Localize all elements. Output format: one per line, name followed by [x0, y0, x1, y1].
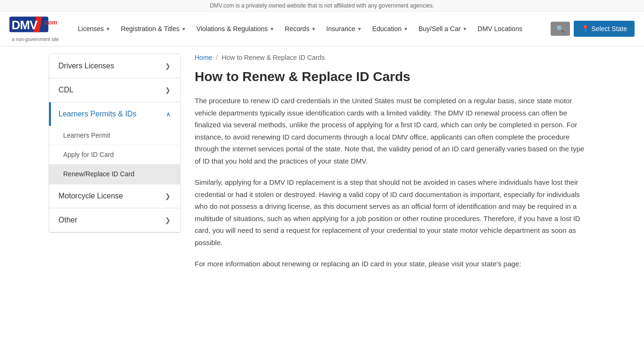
sidebar-learners-sub: Learners Permit Apply for ID Card Renew/…: [49, 126, 180, 184]
sidebar-item-drivers-licenses: Drivers Licenses ❯: [49, 54, 180, 78]
sidebar-other-header[interactable]: Other ❯: [49, 208, 180, 232]
content-paragraph-1: The procedure to renew ID card credentia…: [195, 95, 591, 167]
nav-registration-caret: ▼: [182, 26, 186, 32]
sidebar-learners-permits-header[interactable]: Learners Permits & IDs ∧: [49, 102, 180, 126]
nav-insurance[interactable]: Insurance ▼: [322, 21, 366, 36]
logo-area: DMV .com a non-government site: [9, 16, 61, 42]
nav-licenses[interactable]: Licenses ▼: [73, 21, 115, 36]
nav-violations-regulations[interactable]: Violations & Regulations ▼: [192, 21, 279, 36]
banner-text: DMV.com is a privately owned website tha…: [210, 2, 434, 9]
sidebar-sub-learners-permit[interactable]: Learners Permit: [49, 126, 180, 145]
sidebar-drivers-licenses-header[interactable]: Drivers Licenses ❯: [49, 54, 180, 78]
search-button[interactable]: 🔍: [551, 22, 570, 36]
main-container: Drivers Licenses ❯ CDL ❯ Learners Permit…: [39, 47, 605, 287]
content-paragraph-2: Similarly, applying for a DMV ID replace…: [195, 176, 591, 248]
nav-insurance-caret: ▼: [357, 26, 362, 32]
header: DMV .com a non-government site Licenses …: [0, 12, 644, 47]
chevron-up-icon: ∧: [166, 110, 171, 118]
nav-records-caret: ▼: [311, 26, 316, 32]
chevron-down-icon: ❯: [165, 86, 171, 94]
logo-image: DMV .com: [9, 16, 61, 37]
svg-text:DMV: DMV: [12, 18, 38, 32]
sidebar-item-cdl: CDL ❯: [49, 78, 180, 102]
main-nav: Licenses ▼ Registration & Titles ▼ Viola…: [73, 21, 546, 36]
breadcrumb: Home / How to Renew & Replace ID Cards: [195, 54, 591, 61]
top-banner: DMV.com is a privately owned website tha…: [0, 0, 644, 12]
nav-education-caret: ▼: [404, 26, 408, 32]
nav-education[interactable]: Education ▼: [367, 21, 413, 36]
chevron-down-icon: ❯: [165, 216, 171, 224]
search-icon: 🔍: [556, 25, 564, 33]
sidebar-item-motorcycle-license: Motorcycle License ❯: [49, 184, 180, 208]
nav-violations-caret: ▼: [270, 26, 274, 32]
nav-registration-titles[interactable]: Registration & Titles ▼: [116, 21, 190, 36]
chevron-down-icon: ❯: [165, 192, 171, 200]
nav-dmv-locations[interactable]: DMV Locations: [473, 21, 527, 36]
breadcrumb-current: How to Renew & Replace ID Cards: [222, 54, 325, 61]
page-title: How to Renew & Replace ID Cards: [195, 68, 591, 85]
content-area: Home / How to Renew & Replace ID Cards H…: [190, 54, 595, 280]
location-icon: 📍: [581, 25, 589, 33]
select-state-button[interactable]: 📍 Select State: [574, 21, 635, 37]
logo-tagline: a non-government site: [12, 37, 59, 42]
nav-buy-sell-caret: ▼: [462, 26, 467, 32]
nav-licenses-caret: ▼: [106, 26, 110, 32]
header-right: 🔍 📍 Select State: [551, 21, 635, 37]
breadcrumb-home[interactable]: Home: [195, 54, 212, 61]
chevron-down-icon: ❯: [165, 62, 171, 70]
breadcrumb-separator: /: [216, 54, 218, 61]
sidebar-sub-renew-replace-id[interactable]: Renew/Replace ID Card: [49, 165, 180, 184]
sidebar-sub-apply-id-card[interactable]: Apply for ID Card: [49, 145, 180, 165]
content-paragraph-3: For more information about renewing or r…: [195, 258, 591, 270]
sidebar-cdl-header[interactable]: CDL ❯: [49, 78, 180, 102]
sidebar: Drivers Licenses ❯ CDL ❯ Learners Permit…: [49, 54, 181, 233]
svg-text:.com: .com: [43, 19, 58, 26]
nav-records[interactable]: Records ▼: [280, 21, 321, 36]
sidebar-item-learners-permits: Learners Permits & IDs ∧ Learners Permit…: [49, 102, 180, 184]
sidebar-motorcycle-header[interactable]: Motorcycle License ❯: [49, 184, 180, 208]
sidebar-item-other: Other ❯: [49, 208, 180, 232]
nav-buy-sell-car[interactable]: Buy/Sell a Car ▼: [414, 21, 472, 36]
